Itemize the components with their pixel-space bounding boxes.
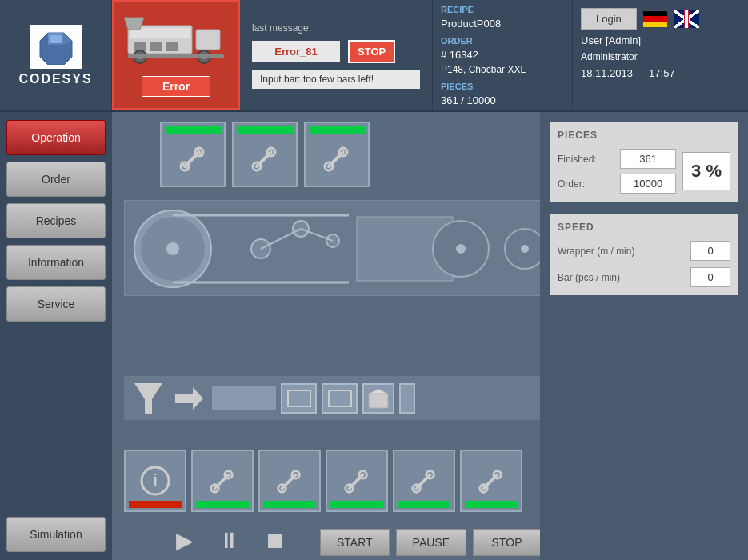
module-1[interactable] xyxy=(160,122,226,187)
speed-panel: SPEED Wrapper (m / min) 0 Bar (pcs / min… xyxy=(550,214,738,295)
logo-text: CODESYS xyxy=(18,72,92,86)
last-message-label: last message: xyxy=(252,22,420,34)
wrench-icon-3 xyxy=(321,142,353,174)
info-icon: i xyxy=(140,466,170,496)
pause-button[interactable]: PAUSE xyxy=(396,529,466,556)
svg-marker-43 xyxy=(175,387,203,410)
svg-point-39 xyxy=(456,244,466,254)
error-button[interactable]: Error_81 xyxy=(252,41,340,62)
wrench-icon-b4 xyxy=(409,466,439,496)
recipe-value: ProductP008 xyxy=(441,18,564,30)
svg-marker-45 xyxy=(369,389,388,394)
play-icon[interactable]: ▶ xyxy=(176,527,194,554)
bottom-module-2[interactable] xyxy=(258,450,321,512)
stop-indicator: STOP xyxy=(348,40,395,63)
svg-rect-44 xyxy=(369,394,388,408)
order-desc: P148, Chocbar XXL xyxy=(441,64,564,75)
pieces-title: PIECES xyxy=(558,130,730,141)
machine-visualization: i xyxy=(112,112,540,560)
wrapper-value: 0 xyxy=(690,241,730,261)
conveyor-belt-area xyxy=(124,200,540,296)
svg-rect-3 xyxy=(50,35,62,43)
bottom-module-1[interactable] xyxy=(191,450,254,512)
messages-area: last message: Error_81 STOP Input bar: t… xyxy=(240,0,432,110)
speed-title: SPEED xyxy=(558,222,730,233)
sidebar-item-operation[interactable]: Operation xyxy=(6,120,106,155)
time-display: 17:57 xyxy=(649,67,675,79)
login-area: Login User [Admin] Administrator 18.11.2… xyxy=(572,0,748,110)
bottom-module-info[interactable]: i xyxy=(124,450,186,512)
stop-button[interactable]: STOP xyxy=(473,529,540,556)
logo-cube-icon xyxy=(36,29,76,65)
german-flag-icon[interactable] xyxy=(643,11,667,27)
wrench-icon-b1 xyxy=(207,466,238,496)
conveyor-strip-1 xyxy=(212,386,276,410)
start-button[interactable]: START xyxy=(320,529,390,556)
sidebar-item-service[interactable]: Service xyxy=(6,286,106,322)
svg-line-35 xyxy=(261,229,301,249)
action-buttons: START PAUSE STOP Empty xyxy=(320,529,540,556)
bottom-module-3[interactable] xyxy=(326,450,388,512)
svg-rect-14 xyxy=(128,54,224,58)
order-field-value: 10000 xyxy=(620,174,676,194)
machine-icon xyxy=(124,14,228,66)
tall-box-icon xyxy=(399,383,415,414)
sidebar-item-recipes[interactable]: Recipes xyxy=(6,203,106,238)
bottom-module-4[interactable] xyxy=(393,450,455,512)
bar-label: Bar (pcs / min) xyxy=(558,272,620,283)
wrench-icon-1 xyxy=(177,142,209,174)
wrench-icon-2 xyxy=(249,142,281,174)
right-panel: PIECES Finished: 361 Order: 10000 3 % xyxy=(540,112,748,560)
module-2[interactable] xyxy=(232,122,298,187)
wrench-icon-b5 xyxy=(476,466,506,496)
svg-point-41 xyxy=(521,245,529,253)
recipe-order-area: RECIPE ProductP008 ORDER # 16342 P148, C… xyxy=(432,0,572,110)
date-display: 18.11.2013 xyxy=(581,67,633,79)
logo-area: CODESYS xyxy=(0,0,112,110)
recipe-label: RECIPE xyxy=(441,5,564,14)
svg-rect-9 xyxy=(166,42,178,51)
sidebar-item-order[interactable]: Order xyxy=(6,162,106,197)
user-label: User [Admin] xyxy=(581,34,740,46)
login-button[interactable]: Login xyxy=(581,8,637,30)
order-number: # 16342 xyxy=(441,49,564,61)
box-icon xyxy=(362,383,394,414)
bottom-module-5[interactable] xyxy=(460,450,522,512)
wrench-icon-b2 xyxy=(274,466,305,496)
stop-icon[interactable]: ⏹ xyxy=(264,527,286,554)
module-3[interactable] xyxy=(304,122,370,187)
message-text: Input bar: too few bars left! xyxy=(252,70,420,89)
funnel-icon xyxy=(130,382,166,414)
user-role: Administrator xyxy=(581,51,740,62)
wrench-icon-b3 xyxy=(342,466,372,496)
svg-text:i: i xyxy=(153,471,158,489)
svg-marker-15 xyxy=(124,18,144,30)
percent-badge: 3 % xyxy=(682,152,730,190)
machine-status-panel: Error xyxy=(112,0,240,110)
sidebar: Operation Order Recipes Information Serv… xyxy=(0,112,112,560)
finished-value: 361 xyxy=(620,149,676,169)
machine-error-badge: Error xyxy=(142,76,210,97)
uk-flag-icon[interactable] xyxy=(674,10,699,28)
header-pieces-value: 361 / 10000 xyxy=(441,94,564,106)
frame-icon-2 xyxy=(322,383,358,414)
svg-marker-42 xyxy=(134,383,162,414)
wrapper-label: Wrapper (m / min) xyxy=(558,246,634,257)
header-pieces-label: PIECES xyxy=(441,82,564,91)
order-field-label: Order: xyxy=(558,178,585,190)
svg-point-29 xyxy=(166,242,179,255)
sidebar-item-simulation[interactable]: Simulation xyxy=(6,517,106,552)
pieces-panel: PIECES Finished: 361 Order: 10000 3 % xyxy=(550,122,738,202)
logo-box xyxy=(30,25,82,69)
frame-icon-1 xyxy=(281,383,317,414)
svg-rect-8 xyxy=(150,42,162,51)
media-controls: ▶ ⏸ ⏹ xyxy=(176,527,286,554)
order-label: ORDER xyxy=(441,36,564,46)
svg-rect-6 xyxy=(196,30,220,50)
arrow-right-icon xyxy=(171,382,207,414)
finished-label: Finished: xyxy=(558,154,597,165)
sidebar-item-information[interactable]: Information xyxy=(6,245,106,280)
bar-value: 0 xyxy=(690,267,730,287)
transport-row xyxy=(124,376,540,420)
pause-icon[interactable]: ⏸ xyxy=(218,527,240,554)
